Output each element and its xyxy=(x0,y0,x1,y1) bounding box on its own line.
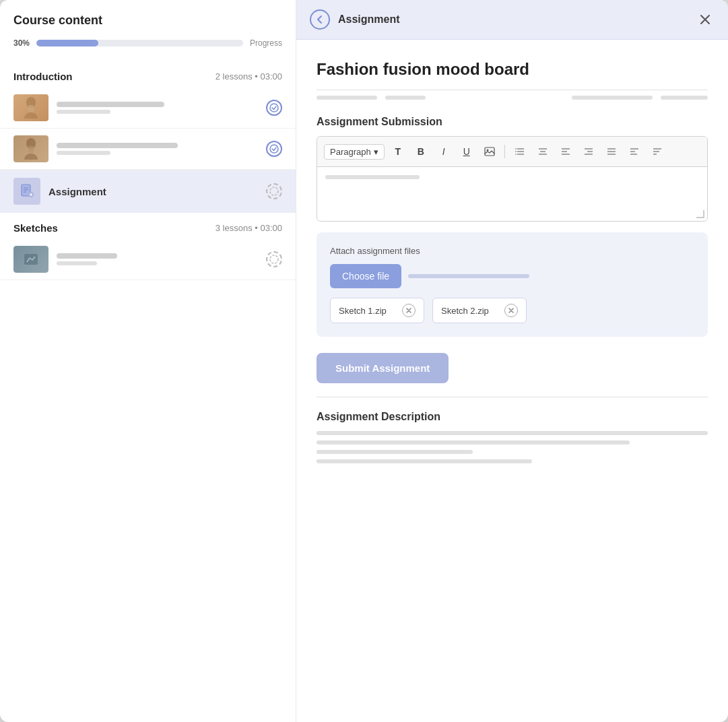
lesson-check-1 xyxy=(266,100,282,116)
rich-text-editor[interactable]: Paragraph ▾ T B I U xyxy=(317,136,708,222)
paragraph-dropdown[interactable]: Paragraph ▾ xyxy=(324,144,385,160)
choose-file-button[interactable]: Choose file xyxy=(330,264,401,288)
svg-point-23 xyxy=(515,151,517,152)
submit-assignment-button[interactable]: Submit Assignment xyxy=(317,353,449,383)
sketch-lesson-info xyxy=(57,253,258,265)
svg-point-2 xyxy=(270,104,278,112)
toolbar-extra-btn[interactable] xyxy=(648,142,667,161)
svg-point-16 xyxy=(270,255,278,263)
sidebar-title: Course content xyxy=(0,13,296,38)
title-underline xyxy=(317,90,708,90)
toolbar-italic-btn[interactable]: I xyxy=(434,142,453,161)
desc-line-1 xyxy=(317,431,708,435)
toolbar-align-left-btn[interactable] xyxy=(556,142,575,161)
file-input-row: Choose file xyxy=(330,264,694,288)
sketches-section-header: Sketches 3 lessons • 03:00 xyxy=(0,213,296,239)
introduction-title: Introduction xyxy=(13,71,72,82)
paragraph-label: Paragraph xyxy=(330,147,371,157)
panel-header-left: Assignment xyxy=(310,9,400,30)
progress-bar-container: 30% Progress xyxy=(13,38,282,48)
assignment-sidebar-label: Assignment xyxy=(48,186,258,197)
subtitle-line-2 xyxy=(385,96,426,100)
submission-label: Assignment Submission xyxy=(317,116,708,128)
svg-point-22 xyxy=(515,148,517,150)
lesson-item-2[interactable] xyxy=(0,129,296,170)
app-container: Course content 30% Progress Introduction… xyxy=(0,0,728,722)
svg-rect-4 xyxy=(28,146,34,153)
lesson-title-bar-1 xyxy=(57,102,164,107)
toolbar-image-btn[interactable] xyxy=(480,142,499,161)
file-attach-label: Attach assignment files xyxy=(330,246,694,256)
file-input-placeholder xyxy=(408,274,529,278)
toolbar-more-btn[interactable] xyxy=(625,142,644,161)
sketch-thumb xyxy=(13,246,48,273)
lesson-check-2 xyxy=(266,141,282,157)
sketches-title: Sketches xyxy=(13,222,58,234)
subtitle-lines xyxy=(317,96,708,100)
back-button[interactable] xyxy=(310,9,330,30)
file-chip-name-2: Sketch 2.zip xyxy=(441,306,499,316)
file-remove-btn-1[interactable] xyxy=(402,304,416,317)
sidebar: Course content 30% Progress Introduction… xyxy=(0,0,296,722)
sketches-meta: 3 lessons • 03:00 xyxy=(216,223,282,233)
subtitle-line-1 xyxy=(317,96,377,100)
assignment-sidebar-item[interactable]: Assignment xyxy=(0,170,296,213)
file-remove-btn-2[interactable] xyxy=(504,304,518,317)
close-button[interactable] xyxy=(696,10,715,29)
assignment-title: Fashion fusion mood board xyxy=(317,60,708,79)
panel-header: Assignment xyxy=(296,0,728,40)
main-layout: Course content 30% Progress Introduction… xyxy=(0,0,728,722)
introduction-section-header: Introduction 2 lessons • 03:00 xyxy=(0,61,296,88)
lesson-item-1[interactable] xyxy=(0,88,296,129)
svg-point-18 xyxy=(486,150,488,152)
progress-bar-track xyxy=(36,40,243,46)
toolbar-align-center-btn[interactable] xyxy=(533,142,552,161)
progress-label: Progress xyxy=(250,38,282,48)
toolbar-underline-btn[interactable]: U xyxy=(457,142,476,161)
sketch-subtitle-bar xyxy=(57,261,97,265)
file-attach-box: Attach assignment files Choose file Sket… xyxy=(317,232,708,337)
svg-point-5 xyxy=(270,145,278,153)
sketch-lesson-item[interactable] xyxy=(0,239,296,280)
lesson-info-1 xyxy=(57,102,258,114)
right-panel: Assignment Fashion fusion mood board xyxy=(296,0,728,722)
subtitle-line-3 xyxy=(572,96,653,100)
lesson-title-bar-2 xyxy=(57,143,178,148)
svg-rect-17 xyxy=(485,147,494,156)
editor-toolbar: Paragraph ▾ T B I U xyxy=(317,137,707,167)
sketch-check xyxy=(266,251,282,267)
svg-point-24 xyxy=(515,154,517,155)
lesson-thumb-2 xyxy=(13,135,48,162)
toolbar-justify-btn[interactable] xyxy=(602,142,621,161)
lesson-info-2 xyxy=(57,143,258,155)
desc-line-2 xyxy=(317,440,630,445)
toolbar-align-right-btn[interactable] xyxy=(579,142,598,161)
file-chip-2: Sketch 2.zip xyxy=(432,298,527,323)
editor-body[interactable] xyxy=(317,167,707,221)
toolbar-sep-1 xyxy=(504,145,505,158)
lesson-thumb-1 xyxy=(13,94,48,121)
svg-rect-1 xyxy=(28,105,34,112)
file-chip-1: Sketch 1.zip xyxy=(330,298,424,323)
lesson-subtitle-bar-2 xyxy=(57,151,110,155)
bottom-divider xyxy=(317,397,708,397)
editor-resize-handle[interactable] xyxy=(696,210,704,218)
editor-text-line xyxy=(325,175,420,179)
assignment-check xyxy=(266,183,282,199)
introduction-meta: 2 lessons • 03:00 xyxy=(216,71,282,81)
progress-bar-fill xyxy=(36,40,98,46)
desc-line-3 xyxy=(317,450,473,454)
attached-files: Sketch 1.zip Sketch 2.zip xyxy=(330,298,694,323)
assignment-icon xyxy=(13,178,40,205)
toolbar-font-btn[interactable]: T xyxy=(389,142,407,161)
progress-percent: 30% xyxy=(13,38,30,48)
toolbar-bold-btn[interactable]: B xyxy=(411,142,430,161)
dropdown-arrow: ▾ xyxy=(374,147,378,157)
lesson-subtitle-bar-1 xyxy=(57,110,110,114)
toolbar-list-btn[interactable] xyxy=(510,142,529,161)
svg-point-14 xyxy=(270,187,278,195)
subtitle-line-4 xyxy=(661,96,708,100)
file-chip-name-1: Sketch 1.zip xyxy=(339,306,397,316)
panel-content: Fashion fusion mood board Assignment Sub… xyxy=(296,40,728,722)
desc-lines xyxy=(317,431,708,463)
